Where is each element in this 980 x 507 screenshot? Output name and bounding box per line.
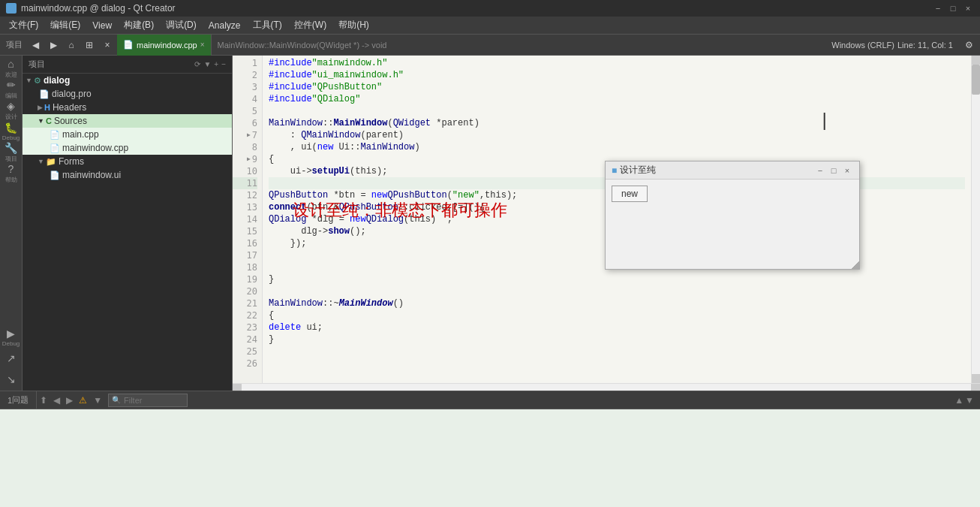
- sidebar-help[interactable]: ? 帮助: [2, 164, 21, 183]
- tree-headers[interactable]: ▶ H Headers: [23, 101, 232, 114]
- tab-bar: 📄 mainwindow.cpp × MainWindow::MainWindo…: [117, 35, 824, 56]
- tree-arrow-sources: ▼: [38, 117, 44, 125]
- menu-view[interactable]: View: [86, 19, 118, 32]
- tree-sources[interactable]: ▼ C Sources: [23, 114, 232, 128]
- encoding-info[interactable]: Windows (CRLF): [831, 41, 894, 50]
- tree-label-mainwindowcpp: mainwindow.cpp: [62, 143, 128, 153]
- sidebar-edit[interactable]: ✏ 编辑: [2, 80, 21, 99]
- step2-icon: ↘: [7, 373, 16, 385]
- toolbar-back-btn[interactable]: ◀: [27, 37, 44, 53]
- menu-tools[interactable]: 工具(T): [247, 17, 288, 33]
- code-line-7: : QMainWindow(parent): [269, 129, 965, 141]
- tab-file-icon: 📄: [123, 40, 134, 50]
- tree-icon-sources: C: [46, 116, 52, 125]
- sidebar-bottom-debug[interactable]: ▶ Debug: [2, 327, 21, 347]
- sidebar-icons: ⌂ 欢迎 ✏ 编辑 ◈ 设计 🐛 Debug 🔧 项目 ? 帮助: [0, 56, 23, 391]
- tree-icon-forms: 📁: [46, 157, 56, 167]
- welcome-label: 欢迎: [5, 71, 17, 79]
- titlebar: mainwindow.cpp @ dialog - Qt Creator − □…: [0, 0, 980, 17]
- search-icon: 🔍: [112, 396, 121, 404]
- menu-debug[interactable]: 调试(D): [160, 17, 203, 33]
- editor-vscroll[interactable]: ▲ ▼: [971, 56, 980, 383]
- edit-label: 编辑: [5, 92, 17, 100]
- filter-input[interactable]: [124, 396, 184, 405]
- file-tree-controls: ⟳ ▼ + −: [194, 60, 226, 68]
- bottom-tab-issues[interactable]: 1 问题: [0, 391, 37, 409]
- floating-dialog[interactable]: ■ 设计至纯 − □ × new: [605, 161, 860, 270]
- sidebar-step[interactable]: ↗: [2, 349, 21, 368]
- bottom-collapse-icons[interactable]: ▲ ▼: [954, 395, 980, 406]
- tab-mainwindow-cpp[interactable]: 📄 mainwindow.cpp ×: [117, 35, 212, 56]
- maximize-btn[interactable]: □: [947, 3, 959, 14]
- collapse-down-btn[interactable]: ▼: [965, 395, 974, 406]
- sidebar-project[interactable]: 🔧 项目: [2, 143, 21, 162]
- code-line-4: #include "QDialog": [269, 93, 965, 105]
- code-line-3: #include "QPushButton": [269, 81, 965, 93]
- dialog-controls[interactable]: − □ ×: [814, 165, 853, 176]
- sidebar-debug[interactable]: 🐛 Debug: [2, 122, 21, 141]
- close-btn[interactable]: ×: [962, 3, 974, 14]
- tree-dialog-root[interactable]: ▼ ⚙ dialog: [23, 74, 232, 87]
- bottom-tab-icons-1[interactable]: ⬆: [37, 395, 50, 406]
- menu-edit[interactable]: 编辑(E): [44, 17, 86, 33]
- dialog-minimize-btn[interactable]: −: [814, 165, 826, 176]
- bottom-tab-icons-2[interactable]: ◀: [50, 395, 63, 406]
- app-icon: [6, 3, 17, 14]
- bottom-area: 1 问题 ⬆ ◀ ▶ ⚠ ▼ 🔍 ▲ ▼: [0, 391, 980, 507]
- filter-icon[interactable]: ▼: [203, 60, 211, 68]
- dialog-titlebar: ■ 设计至纯 − □ ×: [606, 161, 859, 180]
- menu-help[interactable]: 帮助(H): [332, 17, 375, 33]
- minimize-btn[interactable]: −: [932, 3, 944, 14]
- toolbar-forward-btn[interactable]: ▶: [45, 37, 62, 53]
- minus-icon[interactable]: −: [221, 60, 226, 68]
- code-line-25: [269, 346, 965, 358]
- help-icon: ?: [8, 163, 14, 175]
- sidebar-welcome[interactable]: ⌂ 欢迎: [2, 59, 21, 78]
- menu-controls[interactable]: 控件(W): [288, 17, 332, 33]
- code-line-20: [269, 285, 965, 297]
- tree-icon-mainwindowcpp: 📄: [50, 143, 60, 153]
- toolbar-split-btn[interactable]: ⊞: [81, 37, 98, 53]
- menu-file[interactable]: 文件(F): [3, 17, 44, 33]
- sidebar-step2[interactable]: ↘: [2, 370, 21, 389]
- menubar: 文件(F) 编辑(E) View 构建(B) 调试(D) Analyze 工具(…: [0, 17, 980, 35]
- dialog-body: new: [606, 180, 859, 208]
- toolbar-home-btn[interactable]: ⌂: [63, 37, 80, 53]
- tree-forms[interactable]: ▼ 📁 Forms: [23, 155, 232, 168]
- code-line-2: #include "ui_mainwindow.h": [269, 69, 965, 81]
- dialog-icon: ■: [612, 165, 617, 176]
- filter-icon-bottom[interactable]: ▼: [90, 395, 105, 406]
- sidebar-design[interactable]: ◈ 设计: [2, 101, 21, 120]
- dialog-maximize-btn[interactable]: □: [828, 165, 840, 176]
- sync-icon[interactable]: ⟳: [194, 60, 200, 68]
- dialog-resize-handle[interactable]: [852, 261, 859, 269]
- bottom-tab-icons-3[interactable]: ▶: [63, 395, 76, 406]
- collapse-up-btn[interactable]: ▲: [954, 395, 963, 406]
- add-icon[interactable]: +: [214, 60, 218, 68]
- editor-hscroll[interactable]: ◀ ▶: [233, 383, 980, 391]
- dialog-new-btn[interactable]: new: [612, 186, 648, 202]
- code-line-23: delete ui;: [269, 321, 965, 333]
- tab-close-btn[interactable]: ×: [200, 41, 205, 49]
- dialog-close-btn[interactable]: ×: [841, 165, 853, 176]
- menu-analyze[interactable]: Analyze: [203, 19, 247, 32]
- project-icon: 🔧: [5, 142, 17, 154]
- titlebar-controls[interactable]: − □ ×: [932, 3, 974, 14]
- help-label: 帮助: [5, 176, 17, 184]
- file-tree: 项目 ⟳ ▼ + − ▼ ⚙ dialog 📄 dialog.pro: [23, 56, 233, 391]
- tab-right-info: Windows (CRLF) Line: 11, Col: 1: [825, 41, 959, 50]
- tree-icon-mainwindowui: 📄: [50, 171, 60, 180]
- tree-main-cpp[interactable]: 📄 main.cpp: [23, 128, 232, 141]
- bottom-debug-icon: ▶: [7, 327, 15, 340]
- editor: 1 2 3 4 5 6 ▶7 8 ▶9 10 11 12 13 14 15 16: [233, 56, 980, 391]
- tree-dialog-pro[interactable]: 📄 dialog.pro: [23, 87, 232, 101]
- filter-box[interactable]: 🔍: [108, 394, 188, 407]
- tree-mainwindow-cpp[interactable]: 📄 mainwindow.cpp: [23, 141, 232, 155]
- toolbar-close-btn[interactable]: ×: [99, 37, 116, 53]
- tree-label-forms: Forms: [59, 156, 84, 167]
- toolbar-settings-btn[interactable]: ⚙: [960, 37, 977, 53]
- tree-icon-maincpp: 📄: [50, 130, 60, 140]
- tree-mainwindow-ui[interactable]: 📄 mainwindow.ui: [23, 168, 232, 182]
- menu-build[interactable]: 构建(B): [118, 17, 160, 33]
- code-line-6: MainWindow::MainWindow(QWidget *parent): [269, 117, 965, 129]
